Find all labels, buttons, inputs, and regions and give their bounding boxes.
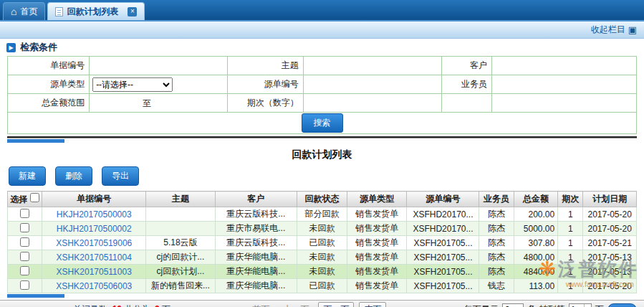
scrollbar-thumb[interactable]	[7, 139, 64, 143]
row-checkbox[interactable]	[20, 252, 29, 261]
export-button[interactable]: 导出	[102, 166, 139, 186]
row-checkbox[interactable]	[20, 209, 29, 218]
cell-date: 2017-05-13	[583, 250, 637, 265]
scrollbar-thumb[interactable]	[7, 294, 64, 298]
subject-input[interactable]	[307, 59, 433, 73]
amount-min-input[interactable]	[92, 96, 143, 110]
source-type-cell: --请选择--	[90, 75, 228, 94]
next-page-button[interactable]: 下一页	[318, 302, 354, 307]
select-all-checkbox[interactable]	[30, 193, 39, 202]
section-toggle-arrow-icon[interactable]: ▶	[6, 43, 16, 52]
prev-page-link[interactable]: 上一页	[279, 303, 313, 307]
cell-period: 1	[558, 279, 583, 293]
period-input[interactable]	[307, 96, 433, 110]
col-header-amount: 总金额	[514, 192, 557, 207]
doc-no-input[interactable]	[92, 59, 219, 73]
cell-status: 未回款	[297, 265, 347, 279]
tab-payment-plan-list[interactable]: 回款计划列表 ×	[47, 2, 145, 20]
goto-page-unit: 页	[595, 303, 604, 307]
select-header-label: 选择	[10, 194, 27, 204]
table-row: HKJH20170500003 重庆云版科技... 部分回款 销售发货单 XSF…	[8, 207, 637, 222]
doc-no-cell	[90, 57, 228, 75]
empty-cell	[441, 94, 491, 113]
row-checkbox[interactable]	[20, 280, 29, 290]
customer-input[interactable]	[495, 59, 628, 73]
cell-status: 已回款	[297, 279, 347, 293]
cell-period: 1	[558, 265, 583, 279]
source-type-select[interactable]: --请选择--	[92, 77, 173, 92]
search-section-header: ▶ 检索条件	[0, 39, 644, 56]
cell-amount: 307.80	[514, 236, 557, 250]
salesman-label: 业务员	[441, 75, 491, 94]
table-header-row: 选择 单据编号 主题 客户 回款状态 源单类型 源单编号 业务员 总金额 期次 …	[8, 192, 637, 207]
search-button-cell: 搜索	[8, 113, 637, 134]
search-button[interactable]: 搜索	[302, 113, 343, 133]
go-button[interactable]: GO	[607, 303, 637, 307]
tab-bar: ⌂ 首页 回款计划列表 ×	[0, 0, 644, 22]
cell-status: 已回款	[297, 236, 347, 250]
row-checkbox[interactable]	[20, 223, 29, 232]
document-icon	[55, 7, 63, 16]
cell-customer: 重庆云版科技...	[215, 207, 297, 222]
cell-date: 2017-05-13	[583, 265, 637, 279]
cell-source-no: XSFH201705...	[407, 250, 479, 265]
cell-customer: 重庆市易联电...	[215, 222, 297, 236]
doc-no-link[interactable]: HKJH20170500002	[57, 224, 132, 234]
stepper-arrows-icon[interactable]: ▴▾	[584, 304, 591, 307]
horizontal-scrollbar-bottom	[7, 294, 637, 298]
cell-status: 未回款	[297, 250, 347, 265]
cell-subject: cj的回款计...	[146, 250, 216, 265]
tab-home[interactable]: ⌂ 首页	[3, 2, 45, 20]
table-row: HKJH20170500002 重庆市易联电... 未回款 销售发货单 XSFH…	[8, 222, 637, 236]
doc-no-link[interactable]: HKJH20170500003	[57, 209, 132, 219]
amount-range-label: 总金额范围	[8, 94, 90, 113]
last-page-button[interactable]: 末页	[359, 302, 386, 307]
cell-amount: 113.00	[514, 279, 557, 293]
cell-salesman: 陈杰	[479, 207, 514, 222]
cell-period: 1	[558, 222, 583, 236]
doc-no-link[interactable]: XSHK20170511003	[57, 267, 132, 277]
col-header-status: 回款状态	[297, 192, 347, 207]
cell-source-no: XSFHD20170...	[407, 207, 479, 222]
collapse-columns-label: 收起栏目	[591, 24, 625, 36]
cell-doc-no: HKJH20170500002	[42, 222, 146, 236]
cell-select	[8, 250, 42, 265]
delete-button[interactable]: 删除	[55, 166, 92, 186]
period-label: 期次（数字）	[228, 94, 303, 113]
col-header-select: 选择	[8, 192, 42, 207]
payment-plan-table: 选择 单据编号 主题 客户 回款状态 源单类型 源单编号 业务员 总金额 期次 …	[7, 191, 637, 293]
row-checkbox[interactable]	[20, 237, 29, 247]
cell-source-no: XSFH201705...	[407, 279, 479, 293]
salesman-input[interactable]	[495, 77, 628, 92]
cell-select	[8, 222, 42, 236]
collapse-columns-link[interactable]: 收起栏目 ▣	[591, 24, 637, 36]
cell-amount: 4840.00	[514, 265, 557, 279]
source-no-input[interactable]	[307, 77, 433, 92]
customer-cell	[492, 57, 637, 75]
per-page-input[interactable]	[502, 303, 524, 307]
customer-label: 客户	[441, 57, 491, 75]
search-section-title: 检索条件	[20, 41, 57, 54]
row-checkbox[interactable]	[20, 266, 29, 275]
source-type-label: 源单类型	[8, 75, 90, 94]
new-button[interactable]: 新建	[9, 166, 46, 186]
cell-select	[8, 265, 42, 279]
goto-page-input[interactable]	[569, 304, 584, 307]
doc-no-link[interactable]: XSHK20170519006	[56, 238, 132, 248]
cell-source-no: XSFHD20170...	[407, 222, 479, 236]
col-header-doc-no: 单据编号	[42, 192, 146, 207]
cell-customer: 重庆华能电脑...	[215, 265, 297, 279]
table-row: XSHK20170506003 新的销售回来... 重庆华能电脑... 已回款 …	[8, 279, 637, 293]
first-page-link[interactable]: 首页	[248, 303, 274, 307]
doc-no-link[interactable]: XSHK20170511004	[57, 252, 132, 263]
cell-amount: 200.00	[514, 207, 557, 222]
doc-no-link[interactable]: XSHK20170506003	[56, 281, 132, 291]
tab-home-label: 首页	[20, 6, 37, 18]
cell-source-type: 销售发货单	[347, 265, 407, 279]
cell-salesman: 陈杰	[479, 236, 514, 250]
record-summary: 总记录数: 10 共分为: 2 页	[73, 303, 170, 307]
cell-amount: 5000.00	[514, 222, 557, 236]
amount-max-input[interactable]	[151, 96, 201, 110]
tab-close-icon[interactable]: ×	[128, 7, 137, 16]
cell-date: 2017-05-21	[583, 236, 637, 250]
